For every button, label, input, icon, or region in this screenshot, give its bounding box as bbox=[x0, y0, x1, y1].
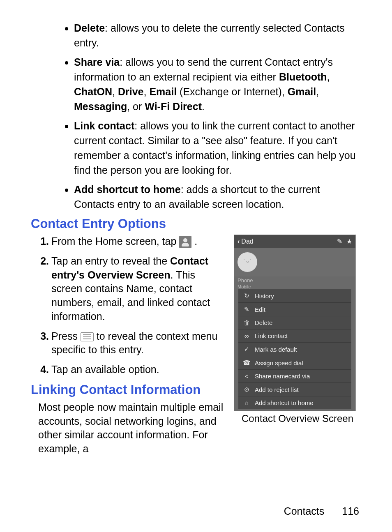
menu-speed-dial[interactable]: ☎Assign speed dial bbox=[238, 356, 351, 370]
dial-icon: ☎ bbox=[242, 359, 251, 366]
menu-link-contact[interactable]: ∞Link contact bbox=[238, 329, 351, 343]
history-icon: ↻ bbox=[242, 292, 251, 299]
phone-header: ‹ Dad ✎ ★ bbox=[234, 235, 355, 248]
page-footer: Contacts 116 bbox=[284, 505, 359, 517]
heading-contact-entry-options: Contact Entry Options bbox=[31, 216, 361, 231]
term: Add shortcut to home bbox=[74, 184, 181, 195]
figure-caption: Contact Overview Screen bbox=[234, 413, 361, 424]
menu-icon bbox=[81, 332, 94, 341]
menu-mark-default[interactable]: ✓Mark as default bbox=[238, 343, 351, 356]
step-4: Tap an available option. bbox=[51, 363, 228, 377]
share-icon: < bbox=[242, 373, 251, 380]
star-icon[interactable]: ★ bbox=[346, 237, 352, 245]
bullet-share-via: Share via: allows you to send the curren… bbox=[74, 55, 361, 114]
term: Share via bbox=[74, 56, 120, 68]
section-phone: Phone bbox=[234, 276, 355, 284]
bullet-link-contact: Link contact: allows you to link the cur… bbox=[74, 118, 361, 178]
footer-page-number: 116 bbox=[342, 505, 359, 517]
bullet-delete: Delete: allows you to delete the current… bbox=[74, 21, 361, 51]
contact-overview-screenshot: ‹ Dad ✎ ★ Phone Mobile ↻History ✎Edit 🗑D… bbox=[234, 235, 356, 411]
block-icon: ⊘ bbox=[242, 386, 251, 393]
contact-title: Dad bbox=[241, 238, 333, 245]
menu-edit[interactable]: ✎Edit bbox=[238, 303, 351, 316]
menu-share-namecard[interactable]: <Share namecard via bbox=[238, 370, 351, 383]
step-3: Press to reveal the context menu specifi… bbox=[51, 329, 228, 357]
context-menu: ↻History ✎Edit 🗑Delete ∞Link contact ✓Ma… bbox=[234, 289, 355, 411]
menu-reject-list[interactable]: ⊘Add to reject list bbox=[238, 383, 351, 396]
menu-add-shortcut[interactable]: ⌂Add shortcut to home bbox=[238, 396, 351, 409]
contacts-icon bbox=[179, 236, 191, 248]
menu-delete[interactable]: 🗑Delete bbox=[238, 316, 351, 329]
avatar-area bbox=[234, 248, 355, 276]
step-2: Tap an entry to reveal the Contact entry… bbox=[51, 254, 228, 324]
menu-history[interactable]: ↻History bbox=[238, 289, 351, 303]
avatar-icon bbox=[238, 252, 257, 272]
trash-icon: 🗑 bbox=[242, 319, 251, 326]
term: Delete bbox=[74, 22, 105, 34]
home-icon: ⌂ bbox=[242, 399, 251, 406]
label-mobile: Mobile bbox=[234, 284, 355, 289]
steps-list: From the Home screen, tap . Tap an entry… bbox=[31, 235, 228, 377]
feature-bullets: Delete: allows you to delete the current… bbox=[31, 21, 361, 212]
heading-linking-contact-info: Linking Contact Information bbox=[31, 382, 228, 397]
term: Link contact bbox=[74, 120, 134, 131]
desc: : allows you to delete the currently sel… bbox=[74, 22, 345, 48]
footer-section: Contacts bbox=[284, 505, 325, 517]
link-icon: ∞ bbox=[242, 332, 251, 339]
edit-icon: ✎ bbox=[242, 306, 251, 313]
bullet-add-shortcut: Add shortcut to home: adds a shortcut to… bbox=[74, 182, 361, 212]
back-icon[interactable]: ‹ bbox=[238, 238, 240, 245]
check-icon: ✓ bbox=[242, 345, 251, 353]
step-1: From the Home screen, tap . bbox=[51, 235, 228, 249]
linking-body-text: Most people now maintain multiple email … bbox=[38, 401, 228, 456]
edit-icon[interactable]: ✎ bbox=[337, 237, 342, 245]
